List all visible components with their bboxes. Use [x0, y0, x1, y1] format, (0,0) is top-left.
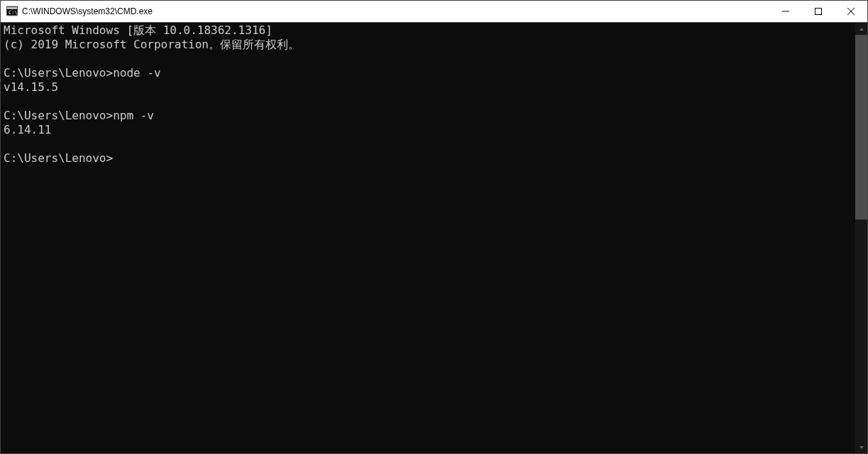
window-controls	[769, 1, 867, 22]
scroll-thumb[interactable]	[855, 35, 867, 220]
scroll-up-button[interactable]	[855, 23, 867, 35]
minimize-button[interactable]	[769, 1, 802, 22]
cmd-icon: C:\	[6, 6, 18, 17]
svg-rect-4	[815, 9, 822, 15]
close-button[interactable]	[835, 1, 867, 22]
svg-rect-1	[7, 7, 17, 9]
titlebar[interactable]: C:\ C:\WINDOWS\system32\CMD.exe	[1, 1, 867, 23]
terminal-output[interactable]: Microsoft Windows [版本 10.0.18362.1316] (…	[1, 23, 855, 453]
maximize-button[interactable]	[802, 1, 835, 22]
svg-marker-7	[859, 28, 864, 31]
svg-marker-8	[859, 446, 864, 449]
cmd-window: C:\ C:\WINDOWS\system32\CMD.exe Microsof…	[0, 0, 868, 454]
svg-text:C:\: C:\	[9, 10, 18, 16]
scroll-down-button[interactable]	[855, 441, 867, 453]
terminal-area: Microsoft Windows [版本 10.0.18362.1316] (…	[1, 23, 867, 453]
vertical-scrollbar[interactable]	[855, 23, 867, 453]
scroll-track[interactable]	[855, 35, 867, 441]
window-title: C:\WINDOWS\system32\CMD.exe	[22, 6, 153, 16]
